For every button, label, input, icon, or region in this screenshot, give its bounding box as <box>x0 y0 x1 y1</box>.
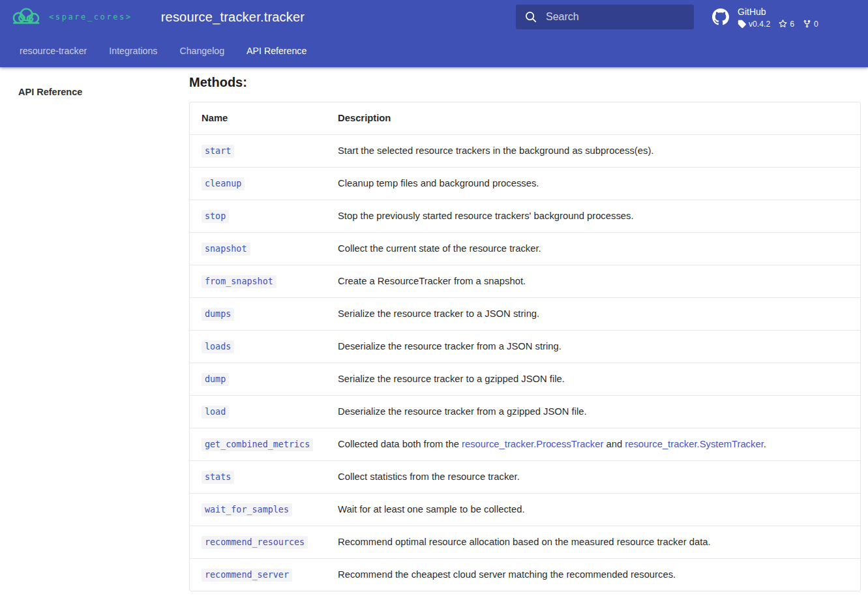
methods-heading: Methods: <box>189 76 861 89</box>
tag-icon <box>738 20 746 28</box>
spare-cores-wordmark: <spare_cores> <box>49 12 132 22</box>
method-link-dumps[interactable]: dumps <box>202 308 234 321</box>
table-row: dumps Serialize the resource tracker to … <box>190 297 860 330</box>
fork-icon <box>803 20 811 28</box>
search-icon <box>524 10 537 23</box>
nav-tab-resource-tracker[interactable]: resource-tracker <box>20 46 87 56</box>
table-row: from_snapshot Create a ResourceTracker f… <box>190 265 860 297</box>
site-logo-link[interactable]: <spare_cores> <box>12 7 132 27</box>
nav-tabs: resource-trackerIntegrationsChangelogAPI… <box>0 34 868 67</box>
method-name-cell: dumps <box>190 297 326 330</box>
method-description: Recommend the cheapest cloud server matc… <box>326 558 860 591</box>
column-header-name: Name <box>190 102 326 134</box>
table-row: wait_for_samples Wait for at least one s… <box>190 493 860 526</box>
page-title: resource_tracker.tracker <box>161 10 305 25</box>
method-name-cell: loads <box>190 330 326 363</box>
nav-tab-changelog[interactable]: Changelog <box>179 46 224 56</box>
nav-tab-api-reference[interactable]: API Reference <box>247 46 307 56</box>
method-link-recommend_server[interactable]: recommend_server <box>202 569 292 582</box>
page-layout: API Reference Methods: Name Description … <box>0 67 868 591</box>
repo-stats: v0.4.2 6 0 <box>738 20 818 29</box>
methods-table: Name Description start Start the selecte… <box>189 102 861 591</box>
method-link-recommend_resources[interactable]: recommend_resources <box>202 536 308 549</box>
method-name-cell: wait_for_samples <box>190 493 326 526</box>
table-row: cleanup Cleanup temp files and backgroun… <box>190 167 860 200</box>
method-name-cell: recommend_resources <box>190 526 326 558</box>
method-description: Cleanup temp files and background proces… <box>326 167 860 200</box>
method-description: Deserialize the resource tracker from a … <box>326 395 860 428</box>
method-link-loads[interactable]: loads <box>202 340 234 353</box>
method-name-cell: dump <box>190 363 326 395</box>
app-header: <spare_cores> resource_tracker.tracker G… <box>0 0 868 67</box>
version-badge: v0.4.2 <box>738 20 770 29</box>
table-row: loads Deserialize the resource tracker f… <box>190 330 860 363</box>
table-row: start Start the selected resource tracke… <box>190 134 860 167</box>
method-name-cell: stop <box>190 200 326 232</box>
table-row: stop Stop the previously started resourc… <box>190 200 860 232</box>
method-name-cell: recommend_server <box>190 558 326 591</box>
method-name-cell: stats <box>190 460 326 493</box>
github-repo-link[interactable]: GitHub v0.4.2 6 <box>712 6 865 29</box>
method-name-cell: start <box>190 134 326 167</box>
method-description: Deserialize the resource tracker from a … <box>326 330 860 363</box>
forks-count: 0 <box>803 20 818 29</box>
method-link-load[interactable]: load <box>202 406 229 419</box>
inline-link[interactable]: resource_tracker.ProcessTracker <box>462 439 603 449</box>
version-label: v0.4.2 <box>749 20 770 29</box>
search-box[interactable] <box>516 5 694 29</box>
spare-cores-cloud-icon <box>12 7 41 27</box>
top-bar: <spare_cores> resource_tracker.tracker G… <box>0 0 868 34</box>
nav-tab-integrations[interactable]: Integrations <box>109 46 157 56</box>
method-link-start[interactable]: start <box>202 145 234 158</box>
method-description: Start the selected resource trackers in … <box>326 134 860 167</box>
repo-facts: GitHub v0.4.2 6 <box>738 6 818 29</box>
method-description: Collect statistics from the resource tra… <box>326 460 860 493</box>
method-description: Serialize the resource tracker to a JSON… <box>326 297 860 330</box>
stars-count: 6 <box>779 20 794 29</box>
repo-name: GitHub <box>738 6 818 18</box>
method-description: Recommend optimal resource allocation ba… <box>326 526 860 558</box>
method-description: Stop the previously started resource tra… <box>326 200 860 232</box>
method-link-dump[interactable]: dump <box>202 373 229 386</box>
method-name-cell: snapshot <box>190 232 326 265</box>
method-description: Wait for at least one sample to be colle… <box>326 493 860 526</box>
table-row: get_combined_metrics Collected data both… <box>190 428 860 460</box>
method-description: Collected data both from the resource_tr… <box>326 428 860 460</box>
table-row: stats Collect statistics from the resour… <box>190 460 860 493</box>
method-link-stats[interactable]: stats <box>202 471 234 484</box>
column-header-description: Description <box>326 102 860 134</box>
forks-label: 0 <box>814 20 818 29</box>
method-name-cell: load <box>190 395 326 428</box>
search-input[interactable] <box>545 10 668 23</box>
method-link-cleanup[interactable]: cleanup <box>202 177 245 190</box>
star-icon <box>779 20 787 28</box>
method-name-cell: cleanup <box>190 167 326 200</box>
method-description: Collect the current state of the resourc… <box>326 232 860 265</box>
table-row: dump Serialize the resource tracker to a… <box>190 363 860 395</box>
method-description: Create a ResourceTracker from a snapshot… <box>326 265 860 297</box>
method-link-wait_for_samples[interactable]: wait_for_samples <box>202 503 292 516</box>
table-header-row: Name Description <box>190 102 860 134</box>
main-content: Methods: Name Description start Start th… <box>189 67 861 591</box>
method-link-from_snapshot[interactable]: from_snapshot <box>202 275 277 288</box>
method-link-stop[interactable]: stop <box>202 210 229 223</box>
table-row: recommend_server Recommend the cheapest … <box>190 558 860 591</box>
github-icon <box>712 8 729 25</box>
method-link-snapshot[interactable]: snapshot <box>202 243 250 256</box>
stars-label: 6 <box>790 20 794 29</box>
method-name-cell: from_snapshot <box>190 265 326 297</box>
table-row: recommend_resources Recommend optimal re… <box>190 526 860 558</box>
table-row: snapshot Collect the current state of th… <box>190 232 860 265</box>
method-name-cell: get_combined_metrics <box>190 428 326 460</box>
inline-link[interactable]: resource_tracker.SystemTracker <box>625 439 763 449</box>
method-link-get_combined_metrics[interactable]: get_combined_metrics <box>202 438 313 451</box>
method-description: Serialize the resource tracker to a gzip… <box>326 363 860 395</box>
table-row: load Deserialize the resource tracker fr… <box>190 395 860 428</box>
sidebar-item-api-reference[interactable]: API Reference <box>18 87 189 97</box>
sidebar: API Reference <box>0 67 189 591</box>
